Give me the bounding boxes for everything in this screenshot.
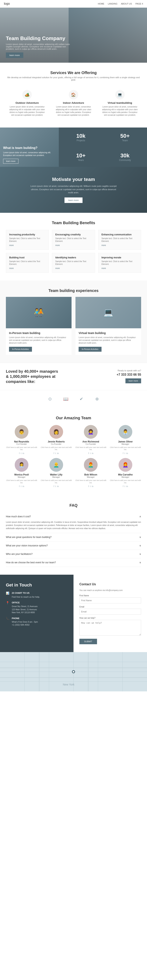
member-5-desc: Click here to add your own text and edit…	[41, 479, 72, 484]
stat-team: 50+ Team	[103, 128, 147, 146]
benefit-creativity-desc: Sample text. Click to select the Text El…	[55, 237, 92, 243]
outdoor-desc: Lorem ipsum dolor sit amet, consectetur …	[9, 105, 45, 116]
exp-inperson-body: In-Person team building Lorem ipsum dolo…	[6, 328, 71, 355]
benefit-creativity-more[interactable]: more	[55, 244, 92, 247]
form-message-input[interactable]	[79, 620, 141, 636]
hero-description: Lorem ipsum dolor sit amet, consectetur …	[6, 43, 73, 50]
benefit-morale-more[interactable]: more	[101, 267, 138, 269]
contact-phone: 📞 PHONE What's Free Does 9 am - 5pm +1 (…	[6, 617, 68, 627]
team-member-5: 👨‍🦲 Walter Lilly Manager Click here to a…	[41, 458, 72, 487]
exp-virtual-desc: Lorem ipsum dolor sit amet, consectetur …	[79, 336, 138, 344]
facebook-icon[interactable]: f	[88, 485, 89, 487]
twitter-icon[interactable]: t	[125, 485, 125, 487]
contact-phone-text: PHONE What's Free Does 9 am - 5pm +1 (33…	[12, 617, 38, 627]
faq-question-0[interactable]: How much does it cost? ∧	[6, 512, 141, 521]
twitter-icon[interactable]: t	[125, 452, 125, 455]
member-7-desc: Click here to add your own text and edit…	[110, 479, 141, 484]
twitter-icon[interactable]: t	[21, 452, 21, 455]
motivate-cta[interactable]: learn more	[65, 197, 83, 203]
twitter-icon[interactable]: t	[21, 485, 21, 487]
team-section: Our Amazing Team 👨 Nat Reynolds Co-Found…	[0, 408, 147, 495]
nav-home[interactable]: HOME	[98, 3, 104, 5]
member-2-role: Co-Founder	[75, 443, 107, 445]
twitter-icon[interactable]: t	[55, 452, 56, 455]
member-3-role: Manager	[110, 443, 141, 445]
benefit-morale-desc: Sample text. Click to select the Text El…	[101, 260, 138, 266]
what-is-section: What is team building? Lorem ipsum dolor…	[0, 127, 147, 167]
nav-landing[interactable]: LANDING	[108, 3, 117, 5]
chart-icon: 📊	[6, 592, 10, 598]
contact-phone-number: +1 (332) 584-4592	[12, 624, 30, 626]
member-3-desc: Click here to add your own text and edit…	[110, 446, 141, 451]
member-0-socials: f t in	[6, 452, 38, 455]
facebook-icon[interactable]: f	[88, 452, 89, 455]
loved-cta[interactable]: learn more	[125, 379, 141, 383]
exp-inperson-desc: Lorem ipsum dolor sit amet, consectetur …	[9, 336, 68, 344]
stat-team-value: 50+	[106, 133, 144, 139]
facebook-icon[interactable]: f	[54, 452, 54, 455]
facebook-icon[interactable]: f	[19, 485, 20, 487]
loved-ready-text: Ready to speak with us?	[117, 369, 141, 372]
member-1-role: Co-Founder	[41, 443, 72, 445]
member-6-role: Manager	[75, 476, 107, 478]
form-email-input[interactable]	[79, 609, 141, 614]
benefit-trust-more[interactable]: more	[9, 267, 46, 269]
benefit-trust: Building trust Sample text. Click to sel…	[6, 253, 49, 273]
instagram-icon[interactable]: in	[126, 452, 128, 455]
indoor-title: Indoor Adventure	[55, 101, 92, 104]
exp-inperson-cta[interactable]: In-Person Activities	[9, 347, 32, 352]
member-7-role: Manager	[110, 476, 141, 478]
faq-question-text-4: How do we choose the best event for our …	[6, 561, 56, 564]
faq-question-2[interactable]: What are your vision insurance options? …	[6, 541, 141, 550]
faq-question-1[interactable]: What are great questions for team buildi…	[6, 533, 141, 541]
member-4-name: Monica Pouli	[6, 473, 38, 476]
benefit-trust-desc: Sample text. Click to select the Text El…	[9, 260, 46, 266]
contact-right: Contact Us You can reach us anytime via …	[74, 575, 147, 652]
instagram-icon[interactable]: in	[57, 485, 59, 487]
benefit-communication-desc: Sample text. Click to select the Text El…	[101, 237, 138, 243]
benefit-leaders-desc: Sample text. Click to select the Text El…	[55, 260, 92, 266]
faq-chevron-2: ∨	[139, 544, 141, 547]
facebook-icon[interactable]: f	[123, 485, 123, 487]
nav-about[interactable]: ABOUT US	[121, 3, 132, 5]
what-is-cta[interactable]: learn more	[3, 159, 19, 164]
faq-chevron-0: ∧	[139, 515, 141, 518]
member-1-socials: f t in	[41, 452, 72, 455]
stat-team-label: Team	[106, 139, 144, 142]
member-1-name: Jennie Roberts	[41, 440, 72, 443]
form-name-input[interactable]	[79, 597, 141, 603]
loved-by-title: Loved by 40,000+ managers & 1,000,000+ e…	[6, 369, 61, 384]
instagram-icon[interactable]: in	[22, 452, 24, 455]
twitter-icon[interactable]: t	[90, 485, 90, 487]
member-1-desc: Click here to add your own text and edit…	[41, 446, 72, 451]
company-icon-4: ⊗	[91, 394, 103, 404]
benefit-productivity-more[interactable]: more	[9, 244, 46, 247]
instagram-icon[interactable]: in	[92, 452, 93, 455]
avatar-6: 👨‍🦰	[84, 458, 98, 472]
facebook-icon[interactable]: f	[19, 452, 20, 455]
twitter-icon[interactable]: t	[90, 452, 90, 455]
instagram-icon[interactable]: in	[57, 452, 59, 455]
instagram-icon[interactable]: in	[22, 485, 24, 487]
benefit-leaders-more[interactable]: more	[55, 267, 92, 269]
member-5-socials: f t in	[41, 485, 72, 487]
facebook-icon[interactable]: f	[54, 485, 54, 487]
avatar-3: 👨‍💼	[119, 425, 132, 439]
instagram-icon[interactable]: in	[92, 485, 93, 487]
faq-question-3[interactable]: Who are your facilitators? ∨	[6, 550, 141, 558]
phone-icon: 📞	[6, 617, 10, 627]
faq-question-4[interactable]: How do we choose the best event for our …	[6, 558, 141, 566]
benefit-communication-more[interactable]: more	[101, 244, 138, 247]
member-7-name: Mia Carvalho	[110, 473, 141, 476]
what-is-content: What is team building? Lorem ipsum dolor…	[3, 146, 56, 164]
facebook-icon[interactable]: f	[123, 452, 123, 455]
exp-virtual-cta[interactable]: In-Person Activities	[79, 347, 101, 352]
hero-cta-button[interactable]: learn more	[6, 52, 23, 58]
nav-page4[interactable]: PAGE 4	[136, 3, 143, 5]
twitter-icon[interactable]: t	[55, 485, 56, 487]
form-submit-button[interactable]: SUBMIT	[79, 639, 97, 644]
benefit-morale-title: Improving morale	[101, 256, 138, 259]
instagram-icon[interactable]: in	[126, 485, 128, 487]
virtual-title: Virtual teambuilding	[102, 101, 138, 104]
member-2-socials: f t in	[75, 452, 107, 455]
